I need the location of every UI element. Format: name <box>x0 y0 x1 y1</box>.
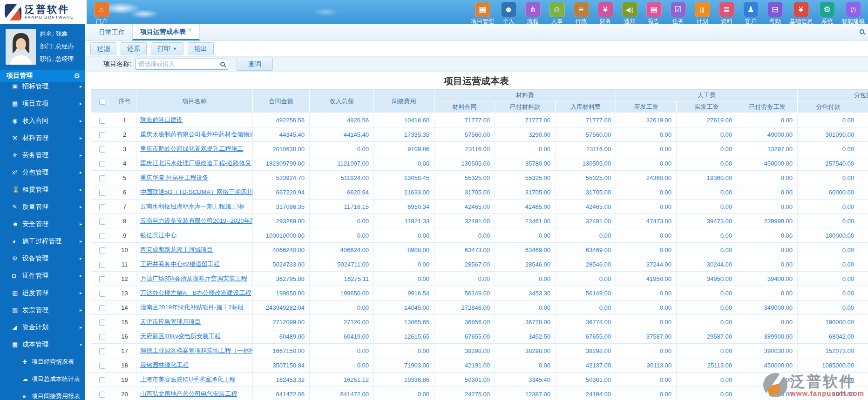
restore-button[interactable]: 还原 <box>121 42 147 55</box>
project-link[interactable]: 西安成都路龙湖上河城项目 <box>140 246 213 253</box>
project-link[interactable]: 云南水利枢纽潜明水库一期工程施工I标 <box>140 203 245 210</box>
select-all-checkbox[interactable] <box>99 99 105 105</box>
print-button[interactable]: 打印▼ <box>151 42 183 55</box>
sidebar-item-project-total-cost-stat[interactable]: ☁项目总成本统计表 <box>0 370 85 387</box>
project-link[interactable]: 山西弘文房地产总公司电气安装工程 <box>140 390 237 397</box>
project-link[interactable]: 上海市美容医院ICU手术室净化工程 <box>140 376 235 383</box>
tab-daily-work[interactable]: 日常工作 <box>91 25 132 40</box>
sidebar-item-equipment-management[interactable]: ⚙设备管理▸ <box>0 250 85 267</box>
row-checkbox[interactable] <box>99 291 105 297</box>
filter-button[interactable]: 过滤 <box>90 42 116 55</box>
column-header[interactable] <box>859 101 868 113</box>
project-link[interactable]: 晟铭园林绿化工程 <box>140 361 189 368</box>
sidebar-item-invoice-management[interactable]: ▧发票管理▸ <box>0 301 85 319</box>
row-checkbox[interactable] <box>99 161 105 167</box>
row-checkbox[interactable] <box>99 392 105 398</box>
column-header[interactable]: 应发工资 <box>616 101 677 113</box>
column-header[interactable]: 分包付款 <box>798 101 859 113</box>
row-checkbox[interactable] <box>99 377 105 383</box>
topnav-item-report[interactable]: ▤报告 <box>642 0 666 26</box>
topnav-item-documents[interactable]: ≣资料 <box>714 0 739 26</box>
topnav-item-basic-info[interactable]: ¥基础信息 <box>787 0 815 26</box>
column-header[interactable]: 已付劳务工资 <box>737 101 798 113</box>
topnav-item-attendance[interactable]: ⊟考勤 <box>763 0 787 26</box>
sidebar-item-project-initiation[interactable]: ▤项目立项▸ <box>0 95 85 112</box>
column-header[interactable]: 已付材料款 <box>495 101 556 113</box>
topnav-item-task[interactable]: ☑任务 <box>666 0 690 26</box>
column-header[interactable]: 入库材料费 <box>556 101 616 113</box>
topnav-item-smart-modeling[interactable]: ⟨/⟩智能建模 <box>839 0 867 26</box>
gear-icon[interactable]: ⚙ <box>74 72 80 80</box>
topnav-item-portal[interactable]: ⌂ 门户 <box>89 0 114 26</box>
search-icon[interactable] <box>220 62 225 67</box>
row-checkbox[interactable] <box>99 175 105 181</box>
column-header[interactable]: 收入总额 <box>310 90 374 113</box>
project-name-input[interactable] <box>138 60 220 67</box>
sidebar-item-project-indirect-report[interactable]: ≡项目间接费用报表 <box>0 387 85 400</box>
project-link[interactable]: 万达办公楼左侧A、B办公楼改造建设工程 <box>140 289 251 296</box>
row-checkbox[interactable] <box>99 247 105 253</box>
project-link[interactable]: 重庆江北污水处理厂级改造工程-道路修复 <box>140 160 251 167</box>
sidebar-item-safety-management[interactable]: ☻安全管理▸ <box>0 215 85 233</box>
project-link[interactable]: 顺德工业园区档案管理精装饰工程（一标段） <box>140 347 253 354</box>
close-tab-icon[interactable]: ✕ <box>188 27 192 33</box>
topnav-item-system[interactable]: ⚙系统 <box>815 0 839 26</box>
project-link[interactable]: 银亿滨江中心 <box>140 232 176 239</box>
project-link[interactable]: 重庆市鹅岭公园绿化景观提升工程施工 <box>140 145 243 152</box>
project-link[interactable]: 中国联通5G（TD-SCDMA）网络三期四川 <box>140 188 253 195</box>
row-checkbox[interactable] <box>99 348 105 354</box>
sidebar-item-certificate-management[interactable]: ◘证件管理▸ <box>0 267 85 284</box>
column-header[interactable]: 间接费用 <box>374 90 434 113</box>
row-checkbox[interactable] <box>99 190 105 196</box>
row-checkbox[interactable] <box>99 147 105 153</box>
column-header[interactable]: 合同金额 <box>253 90 310 113</box>
sidebar-item-quality-management[interactable]: ✎质量管理▸ <box>0 198 85 215</box>
project-link[interactable]: 天府新区10Kv变电所安装工程 <box>140 333 221 340</box>
project-link[interactable]: 王府井商务中心#2楼遗留工程 <box>140 260 219 267</box>
sidebar-item-construction-process[interactable]: ◕施工过程管理▸ <box>0 233 85 250</box>
project-link[interactable]: 重庆太极制药有限公司亳州中药材仓储物流 <box>140 131 253 138</box>
topnav-item-workflow[interactable]: ⋔流程 <box>521 0 545 26</box>
query-button[interactable]: 查询 <box>237 58 273 71</box>
sidebar-item-project-operation-report[interactable]: ✚项目经营情况表 <box>0 353 85 370</box>
column-header[interactable]: 材料合同 <box>434 101 495 113</box>
topnav-item-hr[interactable]: ☺人事 <box>545 0 569 26</box>
tab-project-operation-cost[interactable]: 项目运营成本表✕ <box>132 24 200 40</box>
sidebar-item-fund-plan[interactable]: ◢资金计划▸ <box>0 319 85 336</box>
topnav-item-project-management[interactable]: ▦项目管理 <box>468 0 496 26</box>
row-checkbox[interactable] <box>99 305 105 311</box>
sidebar-item-cost-management[interactable]: ▦成本管理▾ <box>0 336 85 353</box>
column-header[interactable]: 实发工资 <box>677 101 737 113</box>
column-header[interactable]: 序号 <box>113 90 136 113</box>
row-checkbox[interactable] <box>99 262 105 268</box>
topnav-item-finance[interactable]: ¥财务 <box>593 0 617 26</box>
tabstrip-search-icon[interactable] <box>860 29 864 34</box>
project-link[interactable]: 万达广场35#会所及咖啡厅空调安装工程 <box>140 275 247 282</box>
project-link[interactable]: 潼南区2019年绿化补贴项目-施工2标段 <box>140 304 244 311</box>
project-link[interactable]: 重庆华夏 外高桥工程设备 <box>140 174 209 181</box>
sidebar-item-lease-management[interactable]: ⌛租赁管理▸ <box>0 181 85 198</box>
project-link[interactable]: 天津市应急管理局项目 <box>140 318 201 325</box>
column-header[interactable]: 项目名称 <box>136 90 253 113</box>
topnav-item-personal[interactable]: ☻个人 <box>496 0 521 26</box>
sidebar-item-material-management[interactable]: ⚒材料管理▸ <box>0 129 85 147</box>
row-checkbox[interactable] <box>99 334 105 340</box>
project-name-combobox[interactable] <box>135 59 228 70</box>
row-checkbox[interactable] <box>99 219 105 225</box>
row-checkbox[interactable] <box>99 204 105 210</box>
row-checkbox[interactable] <box>99 132 105 138</box>
sidebar-item-bid-management[interactable]: ▣招标管理▸ <box>0 78 85 95</box>
sidebar-item-labor-management[interactable]: ⚜劳务管理▸ <box>0 147 85 164</box>
project-link[interactable]: 云南电力设备安装有限公司2019--2020年度 <box>140 217 253 224</box>
topnav-item-notification[interactable]: ◀))通知 <box>617 0 642 26</box>
row-checkbox[interactable] <box>99 363 105 369</box>
topnav-item-customer[interactable]: ♟客户 <box>739 0 763 26</box>
topnav-item-administration[interactable]: ≡行政 <box>569 0 593 26</box>
topnav-item-plan[interactable]: |||计划 <box>690 0 714 26</box>
row-checkbox[interactable] <box>99 233 105 239</box>
row-checkbox[interactable] <box>99 118 105 124</box>
project-link[interactable]: 珠海鹤港口建设 <box>140 116 183 123</box>
row-checkbox[interactable] <box>99 320 105 326</box>
export-button[interactable]: 输出 <box>188 42 214 55</box>
sidebar-item-progress-management[interactable]: ▥进度管理▸ <box>0 284 85 301</box>
